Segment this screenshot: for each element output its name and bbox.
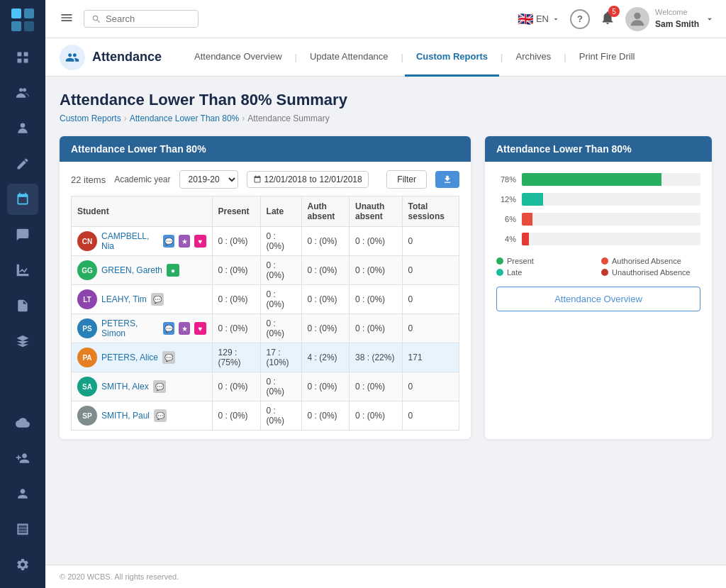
sidebar-item-user-plus[interactable] (7, 443, 38, 474)
sidebar-item-layers[interactable] (7, 326, 38, 357)
unauth-cell: 0 : (0%) (350, 256, 403, 285)
legend-dot-2 (496, 269, 503, 276)
student-name[interactable]: PETERS, Alice (101, 353, 158, 362)
search-box[interactable] (84, 10, 199, 28)
sidebar-item-table[interactable] (7, 514, 38, 545)
left-panel: Attendance Lower Than 80% 22 items Acade… (60, 136, 471, 439)
bar-segment-2 (522, 213, 532, 226)
legend-item-0: Present (496, 257, 596, 265)
unauth-cell: 0 : (0%) (350, 285, 403, 314)
sidebar-item-edit[interactable] (7, 148, 38, 179)
col-student: Student (72, 196, 213, 227)
bar-container-3 (522, 233, 700, 245)
user-info: Welcome Sam Smith (655, 7, 699, 30)
student-cell-td: SPSMITH, Paul💬 (72, 401, 213, 431)
auth-cell: 0 : (0%) (301, 256, 350, 285)
student-tag-chat-gray: 💬 (153, 380, 166, 393)
table-row: CNCAMPBELL, Nia💬★♥0 : (0%)0 : (0%)0 : (0… (72, 227, 459, 256)
student-name[interactable]: CAMPBELL, Nia (101, 231, 159, 251)
breadcrumb-link-2[interactable]: Attendance Lower Than 80% (130, 113, 240, 123)
student-tag-chat: 💬 (163, 235, 174, 248)
late-cell: 17 : (10%) (260, 343, 301, 372)
col-unauth: Unauth absent (350, 196, 403, 227)
student-name[interactable]: SMITH, Paul (101, 411, 150, 421)
table-row: SASMITH, Alex💬0 : (0%)0 : (0%)0 : (0%)0 … (72, 372, 459, 401)
date-range[interactable]: 12/01/2018 to 12/01/2018 (247, 171, 369, 188)
student-name[interactable]: PETERS, Simon (101, 318, 159, 338)
attendance-overview-button[interactable]: Attendance Overview (496, 287, 700, 311)
svg-rect-7 (24, 59, 28, 63)
svg-point-11 (634, 12, 640, 18)
breadcrumb-current: Attendance Summary (247, 113, 329, 123)
nav-item-archives[interactable]: Archives (504, 38, 562, 77)
legend-dot-1 (601, 257, 608, 265)
student-cell-td: PSPETERS, Simon💬★♥ (72, 314, 213, 343)
breadcrumb-link-1[interactable]: Custom Reports (60, 113, 121, 123)
nav-item-custom[interactable]: Custom Reports (405, 38, 499, 77)
student-name[interactable]: SMITH, Alex (101, 382, 149, 392)
sidebar-item-chart[interactable] (7, 255, 38, 286)
page-header: Attendance Attendance Overview | Update … (45, 38, 726, 77)
sidebar-item-calendar[interactable] (7, 184, 38, 215)
app-logo[interactable] (9, 6, 37, 34)
student-avatar: CN (77, 231, 97, 251)
sidebar-item-settings[interactable] (7, 549, 38, 580)
nav-item-fire[interactable]: Print Fire Drill (568, 38, 647, 77)
item-count: 22 items (71, 174, 106, 185)
user-area[interactable]: Welcome Sam Smith (625, 7, 715, 31)
user-dropdown-icon (705, 14, 715, 24)
present-cell: 0 : (0%) (212, 285, 260, 314)
bar-label-1: 12% (496, 195, 516, 204)
footer: © 2020 WCBS. All rights reserved. (45, 565, 726, 588)
present-cell: 0 : (0%) (212, 256, 260, 285)
table-row: GGGREEN, Gareth●0 : (0%)0 : (0%)0 : (0%)… (72, 256, 459, 285)
nav-sep-4: | (564, 52, 566, 62)
filter-button[interactable]: Filter (386, 170, 427, 189)
academic-year-select[interactable]: 2019-20 (179, 170, 238, 189)
legend-label-1: Authorised Absence (612, 257, 681, 265)
bar-segment-0 (522, 173, 661, 186)
legend-item-2: Late (496, 268, 596, 277)
sidebar-item-person[interactable] (7, 113, 38, 144)
sidebar-item-dashboard[interactable] (7, 42, 38, 73)
search-input[interactable] (106, 13, 191, 24)
nav-item-overview[interactable]: Attendance Overview (183, 38, 294, 77)
hamburger-icon[interactable] (57, 8, 77, 30)
total-cell: 0 (402, 285, 459, 314)
student-tag-green: ● (167, 264, 179, 277)
notifications-button[interactable]: 5 (600, 10, 615, 28)
sidebar-item-people[interactable] (7, 77, 38, 109)
nav-item-update[interactable]: Update Attendance (298, 38, 400, 77)
bar-segment-1 (522, 193, 543, 206)
svg-rect-4 (18, 52, 22, 57)
legend-item-3: Unauthorised Absence (601, 268, 700, 277)
nav-sep-1: | (295, 52, 297, 62)
student-cell-td: PAPETERS, Alice💬 (72, 343, 213, 372)
legend-dot-3 (601, 269, 608, 276)
student-tag-chat-gray: 💬 (151, 293, 164, 306)
late-cell: 0 : (0%) (260, 401, 301, 431)
svg-point-10 (21, 123, 26, 128)
download-button[interactable] (435, 171, 459, 188)
student-name[interactable]: LEAHY, Tim (101, 294, 147, 304)
sidebar-item-document[interactable] (7, 290, 38, 321)
svg-rect-2 (11, 21, 21, 31)
user-name: Sam Smith (655, 18, 699, 30)
late-cell: 0 : (0%) (260, 227, 301, 256)
bar-container-1 (522, 193, 700, 206)
language-selector[interactable]: 🇬🇧 EN (518, 11, 560, 27)
legend-label-2: Late (507, 268, 522, 277)
bar-container-0 (522, 173, 700, 186)
chart-body: 78%12%6%4% PresentAuthorised AbsenceLate… (485, 162, 712, 439)
student-name[interactable]: GREEN, Gareth (101, 265, 162, 275)
svg-point-9 (23, 88, 26, 91)
sidebar-item-user-cog[interactable] (7, 478, 38, 509)
search-icon (91, 14, 101, 24)
legend-dot-0 (496, 257, 503, 265)
sidebar-item-cloud[interactable] (7, 407, 38, 438)
student-cell-td: LTLEAHY, Tim💬 (72, 285, 213, 314)
help-button[interactable]: ? (570, 9, 590, 29)
sidebar-item-chat[interactable] (7, 219, 38, 250)
notif-badge: 5 (608, 6, 620, 17)
late-cell: 0 : (0%) (260, 256, 301, 285)
